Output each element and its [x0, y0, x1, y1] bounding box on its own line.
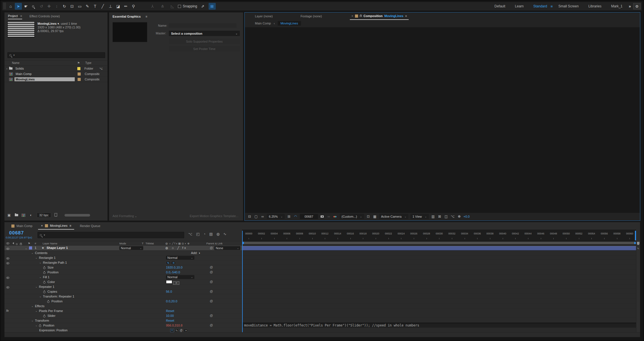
- ruler-tick[interactable]: 00036: [471, 230, 484, 241]
- blend-mode-dropdown[interactable]: Normal⌄: [166, 256, 194, 260]
- blend-swatch-icon[interactable]: ⇒: [173, 281, 179, 285]
- current-frame-box[interactable]: 00687: [300, 214, 318, 219]
- flowchart-icon[interactable]: ⌥: [99, 67, 103, 70]
- property-row[interactable]: ⌄Transform: Repeater 1: [5, 294, 242, 299]
- expander-caret-icon[interactable]: ⌄: [39, 295, 41, 298]
- mode-column-label[interactable]: Mode: [119, 242, 126, 245]
- tab-footage[interactable]: Footage (none): [300, 14, 322, 18]
- property-row[interactable]: Size1920.0,10.0@: [5, 265, 242, 270]
- stopwatch-icon[interactable]: [43, 281, 45, 284]
- table-row[interactable]: MovingLinesComposition: [5, 77, 107, 82]
- current-time-indicator[interactable]: [242, 231, 243, 332]
- property-label[interactable]: Expression: Position: [39, 328, 68, 332]
- expression-controls[interactable]: =∿@◑: [170, 328, 188, 332]
- fast-previews-icon[interactable]: ⊠: [437, 214, 442, 219]
- ruler-tick[interactable]: 00030: [433, 230, 446, 241]
- panel-menu-icon[interactable]: ≡: [20, 14, 22, 18]
- workspace-overflow-chevron[interactable]: »: [629, 4, 631, 9]
- pickwhip-icon[interactable]: @: [210, 314, 213, 317]
- export-motion-graphics-template-button[interactable]: Export Motion Graphics Template...: [190, 214, 238, 218]
- property-value[interactable]: 56.0: [166, 290, 172, 293]
- reset-exposure-icon[interactable]: ☸: [457, 214, 462, 219]
- expander-icon[interactable]: ›: [5, 67, 9, 70]
- expander-caret-icon[interactable]: ⌄: [35, 256, 38, 259]
- snapshot-icon[interactable]: [320, 214, 325, 219]
- timeline-tab-main-comp[interactable]: Main Comp: [9, 222, 35, 230]
- new-folder-icon[interactable]: [15, 214, 18, 216]
- close-icon[interactable]: ×: [352, 14, 353, 18]
- workspace-menu-icon[interactable]: ≡: [550, 4, 553, 9]
- property-label[interactable]: Fill 1: [43, 275, 49, 279]
- capture-region-icon[interactable]: ⊞: [209, 3, 216, 10]
- property-label[interactable]: Color: [47, 280, 55, 284]
- expression-language-icon[interactable]: ◑: [184, 329, 188, 332]
- resolution-dropdown[interactable]: (Custom...)⌄: [340, 214, 364, 219]
- draft-3d-icon[interactable]: ◰: [196, 232, 200, 236]
- item-name[interactable]: MovingLines: [14, 77, 75, 81]
- track-area[interactable]: [242, 246, 636, 332]
- interpret-footage-icon[interactable]: ▣: [7, 213, 11, 218]
- ruler-tick[interactable]: 00028: [420, 230, 433, 241]
- project-search-input[interactable]: ▾: [7, 52, 105, 58]
- expander-caret-icon[interactable]: ⌄: [31, 319, 34, 322]
- graph-editor-icon[interactable]: ∿: [223, 232, 227, 236]
- tab-effect-controls[interactable]: Effect Controls (none): [30, 14, 60, 19]
- property-row[interactable]: Color⇒@: [5, 280, 242, 284]
- panel-grip[interactable]: [3, 3, 6, 10]
- panel-menu-icon[interactable]: ≡: [146, 15, 147, 18]
- stopwatch-icon[interactable]: [39, 324, 41, 328]
- axis-view-icon[interactable]: ◺: [169, 3, 176, 10]
- property-row[interactable]: ⌄Effects: [5, 304, 242, 309]
- ruler-tick[interactable]: 00054: [585, 230, 598, 241]
- property-value[interactable]: 956.0,310.8: [166, 324, 182, 327]
- layer-name-column-label[interactable]: Layer Name: [43, 242, 57, 245]
- property-label[interactable]: Contents: [35, 251, 47, 255]
- property-row[interactable]: ⌄Fill 1Normal⌄: [5, 275, 242, 280]
- property-value[interactable]: 0.0,20.0: [166, 300, 177, 303]
- magnification-dropdown[interactable]: 6.25%⌄: [267, 214, 285, 219]
- flowchart-icon[interactable]: ⌥: [450, 214, 455, 219]
- panel-menu-icon[interactable]: ≡: [69, 224, 71, 227]
- pan-camera-tool-icon[interactable]: ✚: [45, 3, 53, 10]
- expression-editor[interactable]: moveDistance = Math.floor(effect("Pixels…: [242, 323, 636, 328]
- color-controls[interactable]: ⇒: [166, 280, 179, 285]
- timeline-button-icon[interactable]: ◫: [444, 214, 448, 219]
- view-layout-dropdown[interactable]: 1 View⌄: [410, 214, 429, 219]
- ruler-tick[interactable]: 00052: [572, 230, 585, 241]
- always-preview-icon[interactable]: ⊟: [247, 214, 252, 219]
- table-row[interactable]: ›SolidsFolder⌥: [5, 66, 107, 71]
- horizontal-scrollbar[interactable]: [65, 214, 90, 217]
- exposure-value[interactable]: +0.0: [464, 215, 470, 218]
- breadcrumb-parent[interactable]: Main Comp: [255, 22, 271, 25]
- panel-menu-icon[interactable]: ≡: [405, 14, 407, 18]
- eye-icon[interactable]: [6, 247, 9, 250]
- property-value[interactable]: 0.0,-540.0: [166, 271, 180, 274]
- show-snapshot-icon[interactable]: ∞: [327, 214, 331, 219]
- reverse-path-icon[interactable]: ⇆: [166, 261, 171, 265]
- property-row[interactable]: fx⌄Pixels Per FrameReset: [5, 309, 242, 313]
- layer-name[interactable]: Shape Layer 1: [47, 246, 68, 249]
- ruler-tick[interactable]: 00000: [242, 230, 255, 241]
- property-value[interactable]: Reset: [166, 309, 174, 313]
- roto-brush-tool-icon[interactable]: ✏: [122, 3, 129, 10]
- ruler-tick[interactable]: 00032: [446, 230, 458, 241]
- item-name[interactable]: Main Comp: [14, 72, 75, 76]
- comp-button-icon[interactable]: ✎: [636, 247, 640, 250]
- main-viewer-icon[interactable]: ▢: [254, 214, 258, 219]
- ruler-tick[interactable]: 00046: [534, 230, 547, 241]
- blend-mode-dropdown[interactable]: Normal⌄: [166, 275, 194, 279]
- workspace-tab-standard[interactable]: Standard: [529, 4, 551, 8]
- channels-icon[interactable]: [333, 214, 338, 219]
- ruler-tick[interactable]: 00020: [369, 230, 382, 241]
- frame-blend-icon[interactable]: ▤: [209, 232, 213, 236]
- color-swatch[interactable]: [166, 280, 172, 284]
- label-color-chip[interactable]: [355, 14, 358, 18]
- property-row[interactable]: Slider10.00@: [5, 313, 242, 318]
- shy-icon[interactable]: ◔: [203, 232, 205, 236]
- add-control[interactable]: Add: ◑: [191, 251, 200, 255]
- axis-local-icon[interactable]: ⅄: [149, 3, 156, 10]
- eg-name-input[interactable]: [169, 23, 236, 28]
- item-name[interactable]: Solids: [14, 66, 74, 70]
- close-icon[interactable]: ×: [41, 224, 43, 227]
- tab-composition[interactable]: × Composition MovingLines ≡: [350, 13, 409, 20]
